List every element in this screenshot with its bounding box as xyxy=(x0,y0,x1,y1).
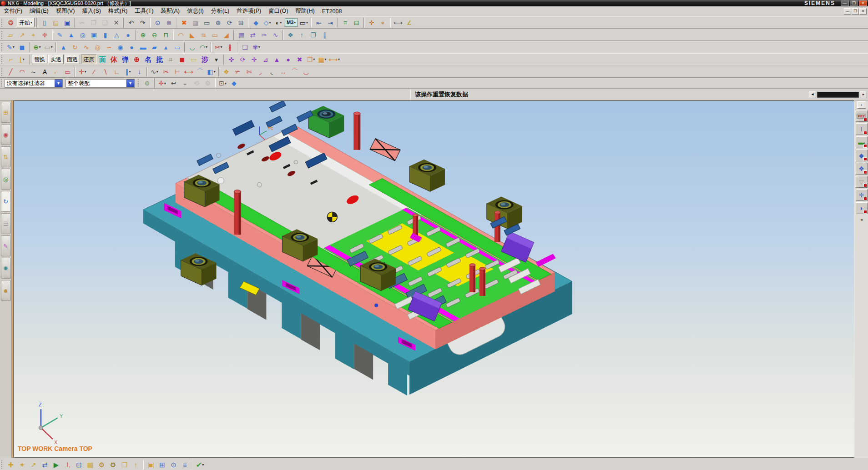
trim-body-icon[interactable]: ✂ xyxy=(259,30,269,40)
zoom-area-icon[interactable]: ▭ xyxy=(202,17,212,28)
offset-face-icon[interactable]: ∥ xyxy=(319,30,330,40)
verify-assembly-icon[interactable]: ✔▾ xyxy=(195,460,205,470)
menu-item-l[interactable]: 分析(L) xyxy=(207,6,233,16)
menu-item-et2008[interactable]: ET2008 xyxy=(318,7,346,15)
start-menu-button[interactable]: 开始▾ xyxy=(17,18,35,27)
palette-part-block[interactable]: ▬ xyxy=(856,136,868,148)
assembly-constraint-icon[interactable]: ▶ xyxy=(51,460,61,470)
history-tab[interactable]: ↻ xyxy=(1,191,11,212)
wcs-orient-icon[interactable]: ⌖ xyxy=(378,17,388,28)
direct-sketch-icon[interactable]: ✎▾ xyxy=(5,42,16,52)
menu-item-e[interactable]: 编辑(E) xyxy=(26,6,52,16)
face-translucency-button[interactable]: 面透 xyxy=(65,55,80,64)
palette-part-bushing[interactable]: ▽ xyxy=(856,176,868,188)
guide-post-block[interactable] xyxy=(409,160,445,192)
slot-feature-icon[interactable]: ▭ xyxy=(172,42,182,52)
wcs-display-icon[interactable]: ✛ xyxy=(366,17,377,28)
replace-display-button[interactable]: 替换 xyxy=(32,55,47,64)
cylinder-icon[interactable]: ▮ xyxy=(100,30,111,40)
close-window-icon[interactable]: ✖ xyxy=(179,17,189,28)
point-tool-icon-dropdown[interactable]: ▾ xyxy=(85,70,86,74)
link-info-icon[interactable]: ⊙ xyxy=(168,460,179,470)
palette-collapse-button[interactable]: › xyxy=(857,101,866,109)
ghost-cube-icon[interactable]: ▭ xyxy=(188,54,199,65)
edit-component-add-icon[interactable]: ⚙ xyxy=(108,460,118,470)
chevron-down-icon[interactable]: ▼ xyxy=(126,80,134,87)
promote-body-icon[interactable]: ↑ xyxy=(297,30,307,40)
curve-chamfer-icon[interactable]: ◟ xyxy=(267,66,277,77)
assemble-component-icon[interactable]: ▲ xyxy=(272,54,282,65)
freeform-icon[interactable]: ✾▾ xyxy=(251,42,262,52)
chamfer-icon[interactable]: ◣ xyxy=(187,30,197,40)
sweep-tool-icon-dropdown[interactable]: ▾ xyxy=(23,57,25,61)
m3-view-chip[interactable]: M3▾ xyxy=(285,18,298,27)
pocket-feature-icon[interactable]: ▬ xyxy=(138,42,148,52)
fit-view-icon[interactable]: ⊞ xyxy=(236,17,246,28)
name-display-button[interactable]: 名 xyxy=(143,54,153,65)
scroll-corner-button[interactable]: ▸ xyxy=(860,91,867,98)
menu-item-v[interactable]: 视图(V) xyxy=(52,6,79,16)
block-feature-icon[interactable]: ◼ xyxy=(17,42,27,52)
delete-component-icon[interactable]: ✖ xyxy=(294,54,305,65)
constraint-navigator-tab[interactable]: ◉ xyxy=(1,124,11,145)
component-spacing-icon[interactable]: ⟷▾ xyxy=(328,54,340,65)
toolbar-grip[interactable] xyxy=(1,79,3,87)
thread-icon[interactable]: ≋ xyxy=(198,30,209,40)
information-icon[interactable]: ⊙ xyxy=(152,17,163,28)
web-browser-tab[interactable]: ◎ xyxy=(1,169,11,190)
divide-curve-icon[interactable]: ⊢ xyxy=(172,66,182,77)
measure-distance-icon[interactable]: ⟷ xyxy=(393,17,403,28)
mirror-feature-icon[interactable]: ⇄ xyxy=(247,30,258,40)
drag-component-icon[interactable]: ✛ xyxy=(249,54,259,65)
doc-minimize-button[interactable]: — xyxy=(844,8,851,15)
extrude-feature-icon[interactable]: ▲ xyxy=(58,42,69,52)
face-display-button[interactable]: 面 xyxy=(97,54,108,65)
cone-icon[interactable]: △ xyxy=(111,30,122,40)
spring-display-button[interactable]: 弹 xyxy=(120,54,131,65)
toolbar-grip[interactable] xyxy=(1,19,4,27)
graphics-window[interactable]: 15270KG xyxy=(14,100,854,458)
open-file-icon[interactable]: ▤ xyxy=(50,17,61,28)
align-component-icon[interactable]: ⊿ xyxy=(260,54,271,65)
selection-scope-dropdown[interactable]: 整个装配 ▼ xyxy=(66,79,135,88)
toolbar-grip[interactable] xyxy=(1,43,4,51)
keyway-feature-icon[interactable]: ◠▾ xyxy=(198,42,209,52)
curve-length-icon[interactable]: ⟷ xyxy=(183,66,194,77)
extract-body-icon[interactable]: ❐ xyxy=(308,30,318,40)
variational-sweep-icon[interactable]: ∽ xyxy=(104,42,114,52)
minimize-button[interactable]: — xyxy=(841,0,849,6)
offset-curve-icon-dropdown[interactable]: ▾ xyxy=(129,70,131,74)
delete-icon[interactable]: ✕ xyxy=(111,17,121,28)
verify-assembly-icon-dropdown[interactable]: ▾ xyxy=(202,463,204,467)
product-outline-icon[interactable]: ▣ xyxy=(146,460,156,470)
palette-scroll-up-icon[interactable]: ◂ xyxy=(860,217,863,222)
split-body-icon[interactable]: ∦ xyxy=(225,42,235,52)
sphere-icon[interactable]: ● xyxy=(123,30,133,40)
background-color-icon-dropdown[interactable]: ▾ xyxy=(306,20,308,25)
sheet-operation-icon[interactable]: ▭▾ xyxy=(43,42,54,52)
interpart-link-icon[interactable]: ⊚ xyxy=(142,78,152,89)
pattern-feature-icon[interactable]: ▦ xyxy=(236,30,247,40)
trim-feature-icon-dropdown[interactable]: ▾ xyxy=(221,45,222,49)
screen-capture-icon[interactable]: ▦ xyxy=(190,17,201,28)
remember-constraints-icon[interactable]: ⊡ xyxy=(74,460,84,470)
shell-icon[interactable]: ▭ xyxy=(210,30,220,40)
show-shaded-cube-icon[interactable]: ◆ xyxy=(229,78,239,89)
window-tile-icon[interactable]: ⇥ xyxy=(325,17,335,28)
structure-info-icon[interactable]: ≡ xyxy=(180,460,190,470)
trim-feature-icon[interactable]: ✂▾ xyxy=(213,42,224,52)
layer-in-view-icon[interactable]: ⊟ xyxy=(351,17,362,28)
surface-tool-icon-dropdown[interactable]: ▾ xyxy=(214,70,216,74)
menu-item-a[interactable]: 装配(A) xyxy=(157,6,183,16)
move-component-icon[interactable]: ✜ xyxy=(226,54,237,65)
zoom-in-out-icon[interactable]: ⊕ xyxy=(213,17,223,28)
project-curve-icon[interactable]: ↓ xyxy=(134,66,145,77)
quick-trim-icon[interactable]: ∕ xyxy=(89,66,99,77)
part-navigator-tab[interactable]: ⇅ xyxy=(1,146,11,167)
studio-spline-icon[interactable]: ∿▾ xyxy=(149,66,160,77)
restore-display-button[interactable]: 还原 xyxy=(81,55,96,64)
selection-filter-dropdown[interactable]: 没有选择过滤器 ▼ xyxy=(5,79,63,88)
point-icon[interactable]: ✛ xyxy=(40,30,50,40)
cylinder-component-icon[interactable]: ● xyxy=(283,54,293,65)
background-color-icon[interactable]: ▭▾ xyxy=(298,17,309,28)
